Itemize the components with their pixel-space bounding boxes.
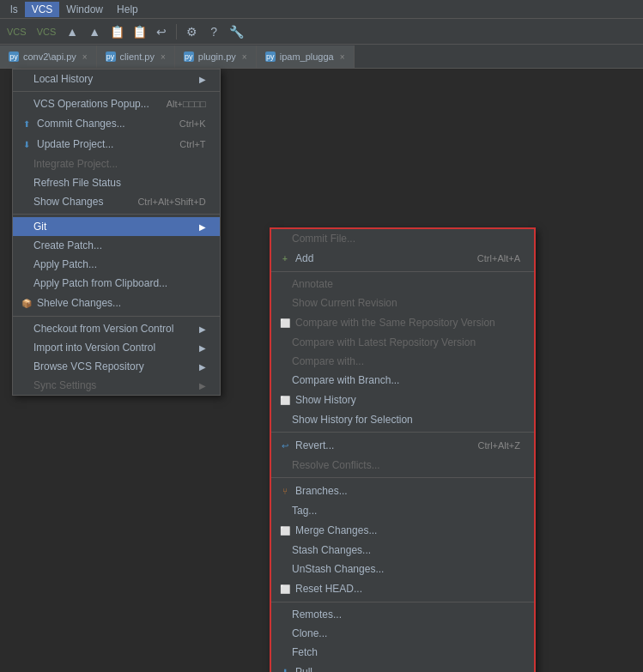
git-revert-shortcut: Ctrl+Alt+Z xyxy=(460,440,520,451)
git-commit-file-label: Commit File... xyxy=(292,233,355,245)
git-remotes-label: Remotes... xyxy=(292,608,342,621)
menu-show-changes[interactable]: Show Changes Ctrl+Alt+Shift+D xyxy=(13,192,220,211)
toolbar-update-icon[interactable]: ▲ xyxy=(63,22,82,41)
git-clone[interactable]: Clone... xyxy=(271,624,534,643)
menu-sync-label: Sync Settings xyxy=(33,379,96,391)
git-remotes[interactable]: Remotes... xyxy=(271,605,534,624)
git-annotate: Annotate xyxy=(271,275,534,294)
menu-sep-2 xyxy=(13,214,220,215)
tab-plugin-py[interactable]: py plugin.py × xyxy=(175,45,257,68)
menu-browse-label: Browse VCS Repository xyxy=(33,360,144,372)
menu-item-window[interactable]: Window xyxy=(59,2,110,17)
menu-shelve-label: Shelve Changes... xyxy=(37,297,121,309)
git-show-history-selection[interactable]: Show History for Selection xyxy=(271,410,534,429)
git-unstash[interactable]: UnStash Changes... xyxy=(271,560,534,578)
tab-close-api[interactable]: × xyxy=(82,52,88,62)
git-branches-icon: ⑂ xyxy=(278,484,292,498)
sync-arrow: ▶ xyxy=(199,381,206,390)
menu-sep-3 xyxy=(13,316,220,317)
toolbar-settings-icon[interactable]: ⚙ xyxy=(182,22,201,41)
menu-sep-1 xyxy=(13,91,220,92)
git-compare-latest-label: Compare with Latest Repository Version xyxy=(292,336,476,348)
tab-client-py[interactable]: py client.py × xyxy=(97,45,175,68)
menu-refresh-file-status[interactable]: Refresh File Status xyxy=(13,173,220,192)
toolbar-copy-icon[interactable]: 📋 xyxy=(107,22,126,41)
menu-apply-patch-clipboard[interactable]: Apply Patch from Clipboard... xyxy=(13,274,220,293)
git-clone-label: Clone... xyxy=(292,627,327,639)
toolbar-plugin-icon[interactable]: 🔧 xyxy=(227,22,246,41)
toolbar: VCS VCS ▲ ▲ 📋 📋 ↩ ⚙ ? 🔧 xyxy=(0,19,643,45)
menu-vcs-operations-popup[interactable]: VCS Operations Popup... Alt+□□□□ xyxy=(13,94,220,113)
git-branches[interactable]: ⑂ Branches... xyxy=(271,481,534,501)
git-reset-head[interactable]: ⬜ Reset HEAD... xyxy=(271,578,534,599)
git-compare-branch[interactable]: Compare with Branch... xyxy=(271,371,534,390)
menu-import-label: Import into Version Control xyxy=(33,342,155,354)
menu-apply-patch-label: Apply Patch... xyxy=(33,258,97,270)
menu-local-history[interactable]: Local History ▶ xyxy=(13,70,220,88)
toolbar-vcs-label-2[interactable]: VCS xyxy=(33,25,60,39)
menu-import-vcs[interactable]: Import into Version Control ▶ xyxy=(13,338,220,357)
menu-item-help[interactable]: Help xyxy=(110,2,145,17)
git-add-label: Add xyxy=(295,252,313,264)
git-submenu: Commit File... + Add Ctrl+Alt+A Annotate… xyxy=(270,227,536,672)
menu-commit-changes[interactable]: ⬆ Commit Changes... Ctrl+K xyxy=(13,113,220,134)
menu-refresh-label: Refresh File Status xyxy=(33,177,121,189)
menu-update-project[interactable]: ⬇ Update Project... Ctrl+T xyxy=(13,134,220,154)
tab-icon-plugin: py xyxy=(184,51,194,62)
menu-create-patch[interactable]: Create Patch... xyxy=(13,236,220,255)
git-add-icon: + xyxy=(278,251,292,265)
menu-item-ls[interactable]: ls xyxy=(3,2,25,17)
git-merge[interactable]: ⬜ Merge Changes... xyxy=(271,520,534,541)
menu-apply-patch[interactable]: Apply Patch... xyxy=(13,255,220,274)
git-pull-label: Pull... xyxy=(295,666,321,672)
git-show-revision: Show Current Revision xyxy=(271,294,534,312)
tab-label-api: conv2\api.py xyxy=(23,51,76,62)
tab-close-ipam[interactable]: × xyxy=(340,52,345,62)
git-compare-with-label: Compare with... xyxy=(292,355,364,367)
git-tag[interactable]: Tag... xyxy=(271,501,534,520)
menu-checkout-label: Checkout from Version Control xyxy=(33,323,173,335)
toolbar-commit-icon[interactable]: ▲ xyxy=(85,22,104,41)
menu-browse-vcs[interactable]: Browse VCS Repository ▶ xyxy=(13,357,220,376)
menu-apply-patch-clipboard-label: Apply Patch from Clipboard... xyxy=(33,277,167,289)
git-stash-label: Stash Changes... xyxy=(292,544,371,556)
git-compare-same-icon: ⬜ xyxy=(278,316,292,330)
git-pull[interactable]: ⬇ Pull... xyxy=(271,662,534,672)
git-show-history-sel-label: Show History for Selection xyxy=(292,414,413,426)
git-stash[interactable]: Stash Changes... xyxy=(271,541,534,560)
menu-shelve-changes[interactable]: 📦 Shelve Changes... xyxy=(13,293,220,313)
local-history-arrow: ▶ xyxy=(199,75,206,84)
menu-item-vcs[interactable]: VCS xyxy=(25,2,60,17)
git-branches-label: Branches... xyxy=(295,485,348,497)
git-add[interactable]: + Add Ctrl+Alt+A xyxy=(271,248,534,269)
tabs-bar: py conv2\api.py × py client.py × py plug… xyxy=(0,45,643,69)
vcs-dropdown-menu: Local History ▶ VCS Operations Popup... … xyxy=(12,69,221,396)
browse-arrow: ▶ xyxy=(199,362,206,372)
git-fetch[interactable]: Fetch xyxy=(271,643,534,662)
git-compare-latest: Compare with Latest Repository Version xyxy=(271,333,534,352)
vcs-operations-shortcut: Alt+□□□□ xyxy=(149,99,206,109)
git-annotate-label: Annotate xyxy=(292,278,333,290)
menu-checkout[interactable]: Checkout from Version Control ▶ xyxy=(13,319,220,338)
git-commit-file: Commit File... xyxy=(271,229,534,248)
git-show-history[interactable]: ⬜ Show History xyxy=(271,390,534,410)
tab-close-plugin[interactable]: × xyxy=(242,52,247,62)
git-revert[interactable]: ↩ Revert... Ctrl+Alt+Z xyxy=(271,435,534,456)
menu-integrate-label: Integrate Project... xyxy=(33,158,118,170)
tab-close-client[interactable]: × xyxy=(161,52,166,62)
tab-api-py[interactable]: py conv2\api.py × xyxy=(0,45,97,68)
toolbar-paste-icon[interactable]: 📋 xyxy=(130,22,149,41)
git-fetch-label: Fetch xyxy=(292,646,318,658)
git-history-icon: ⬜ xyxy=(278,393,292,407)
git-compare-same-label: Compare with the Same Repository Version xyxy=(295,317,495,329)
git-tag-label: Tag... xyxy=(292,505,317,517)
menu-git[interactable]: Git ▶ xyxy=(13,217,220,236)
tab-ipam[interactable]: py ipam_plugga × xyxy=(257,45,355,68)
git-compare-same: ⬜ Compare with the Same Repository Versi… xyxy=(271,312,534,333)
menu-create-patch-label: Create Patch... xyxy=(33,239,102,251)
git-sep-3 xyxy=(271,477,534,478)
git-reset-label: Reset HEAD... xyxy=(295,583,362,595)
toolbar-undo-icon[interactable]: ↩ xyxy=(152,22,171,41)
toolbar-help-icon[interactable]: ? xyxy=(204,22,223,41)
toolbar-vcs-label-1[interactable]: VCS xyxy=(3,25,30,39)
